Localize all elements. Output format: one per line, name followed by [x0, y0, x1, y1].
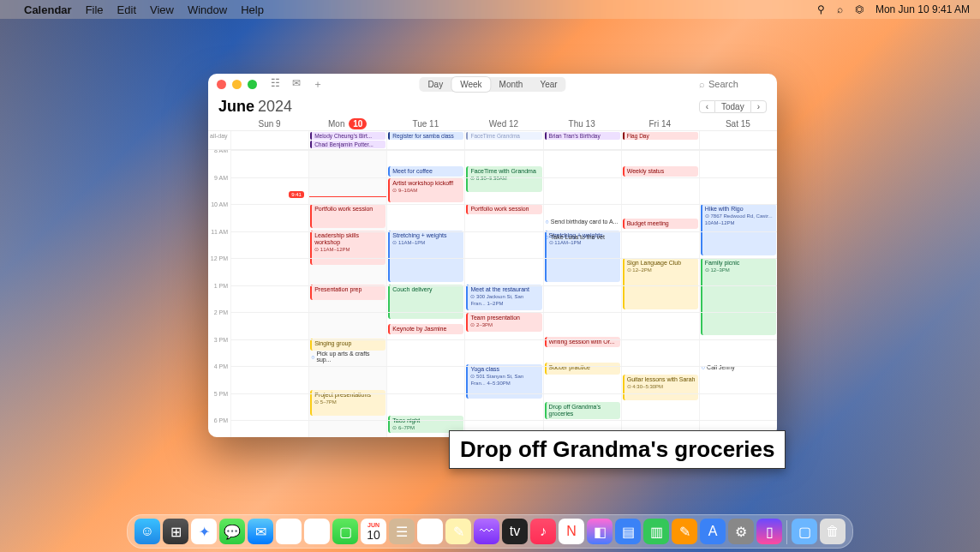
dock-maps-icon[interactable]: ➤	[276, 519, 302, 544]
menubar[interactable]: Calendar File Edit View Window Help ⚲ ⌕ …	[0, 0, 980, 19]
zoom-button[interactable]	[248, 80, 257, 89]
dock-music-icon[interactable]: ♪	[530, 519, 556, 544]
dock-finder-icon[interactable]: ☺	[134, 519, 160, 544]
calendars-toggle-icon[interactable]: ☷	[271, 77, 280, 92]
dock-downloads-icon[interactable]: ▢	[792, 519, 817, 544]
dock[interactable]: ☺ ⊞ ✦ 💬 ✉ ➤ ✿ ▢ JUN10 ☰ ☰ ✎ 〰 tv ♪ N ◧ ▤…	[127, 514, 853, 549]
calendar-event[interactable]: Project presentations⊙ 5–7PM	[310, 390, 385, 416]
calendar-event[interactable]: Soccer practice	[545, 363, 620, 375]
reminder-item[interactable]: Take Luna to the vet	[546, 234, 619, 240]
dock-mail-icon[interactable]: ✉	[248, 519, 273, 544]
day-col-fri: Weekly statusBudget meetingSign Language…	[621, 150, 699, 437]
next-week-button[interactable]: ›	[750, 100, 767, 113]
view-segmented-control[interactable]: Day Week Month Year	[419, 77, 565, 92]
menu-window[interactable]: Window	[188, 3, 227, 16]
dock-freeform-icon[interactable]: 〰	[474, 519, 499, 544]
calendar-event[interactable]: Budget meeting	[623, 219, 698, 229]
dock-photos-icon[interactable]: ✿	[304, 519, 330, 544]
calendar-window: ☷ ✉ ＋ Day Week Month Year ⌕ June 2024 ‹ …	[208, 74, 777, 437]
add-event-icon[interactable]: ＋	[313, 77, 323, 92]
calendar-event[interactable]: Artist workshop kickoff!⊙ 9–10AM	[388, 178, 463, 202]
dock-iphone-mirror-icon[interactable]: ▯	[756, 519, 782, 544]
close-button[interactable]	[217, 80, 226, 89]
calendar-event[interactable]: Meet at the restaurant⊙ 300 Jackson St, …	[466, 285, 541, 310]
reminder-item[interactable]: Pick up arts & crafts sup...	[311, 351, 385, 363]
view-year[interactable]: Year	[531, 77, 565, 92]
minimize-button[interactable]	[232, 80, 242, 89]
dock-trash-icon[interactable]: 🗑	[820, 519, 846, 544]
calendar-event[interactable]: Hike with Rigo⊙ 7867 Redwood Rd, Castr..…	[701, 204, 776, 255]
calendar-event[interactable]: Portfolio work session	[310, 204, 385, 228]
calendar-event[interactable]: Portfolio work session	[466, 204, 541, 214]
hour-label: 3 PM	[214, 336, 228, 342]
hour-label: 10 AM	[211, 201, 228, 207]
traffic-lights	[217, 80, 257, 89]
allday-event[interactable]: Register for samba class	[388, 132, 463, 140]
today-button[interactable]: Today	[715, 100, 750, 113]
day-header: Wed 12	[464, 117, 542, 130]
inbox-icon[interactable]: ✉	[292, 77, 301, 92]
menu-file[interactable]: File	[86, 3, 104, 16]
dock-numbers-icon[interactable]: ▥	[643, 519, 669, 544]
calendar-event[interactable]: Guitar lessons with Sarah⊙ 4:30–5:30PM	[623, 375, 698, 400]
search-input[interactable]	[708, 79, 768, 89]
dock-safari-icon[interactable]: ✦	[191, 519, 217, 544]
calendar-event[interactable]: Singing group	[310, 339, 385, 351]
calendar-event[interactable]: Drop off Grandma's groceries	[545, 402, 620, 419]
allday-event[interactable]: FaceTime Grandma	[466, 132, 541, 140]
menu-edit[interactable]: Edit	[117, 3, 136, 16]
prev-week-button[interactable]: ‹	[699, 100, 715, 113]
dock-calendar-icon[interactable]: JUN10	[361, 519, 386, 544]
year-label: 2024	[258, 98, 292, 116]
allday-row: all-day Melody Cheung's Birt... Chad Ben…	[208, 131, 777, 150]
allday-event[interactable]: Melody Cheung's Birt...	[310, 132, 385, 140]
allday-event[interactable]: Flag Day	[623, 132, 698, 140]
calendar-event[interactable]: Keynote by Jasmine	[388, 324, 463, 334]
menu-view[interactable]: View	[150, 3, 174, 16]
view-week[interactable]: Week	[451, 77, 490, 92]
dock-news-icon[interactable]: N	[559, 519, 584, 544]
day-header: Fri 14	[621, 117, 699, 130]
week-grid[interactable]: 8 AM9 AM10 AM11 AM12 PM1 PM2 PM3 PM4 PM5…	[208, 150, 777, 437]
calendar-event[interactable]: Presentation prep	[310, 285, 385, 300]
allday-event[interactable]: Brian Tran's Birthday	[545, 132, 620, 140]
dock-appstore-icon[interactable]: A	[700, 519, 726, 544]
calendar-event[interactable]: Stretching + weights⊙ 11AM–1PM	[388, 231, 463, 282]
menu-help[interactable]: Help	[241, 3, 264, 16]
dock-notes-icon[interactable]: ✎	[445, 519, 471, 544]
dock-keynote-icon[interactable]: ▤	[615, 519, 641, 544]
search-field[interactable]: ⌕	[699, 79, 768, 89]
control-center-icon[interactable]: ⏣	[855, 3, 863, 15]
calendar-event[interactable]: Family picnic⊙ 12–3PM	[701, 258, 776, 335]
dock-facetime-icon[interactable]: ▢	[332, 519, 358, 544]
calendar-event[interactable]: Leadership skills workshop⊙ 11AM–12PM	[310, 231, 385, 265]
dock-reminders-icon[interactable]: ☰	[417, 519, 443, 544]
calendar-event[interactable]: FaceTime with Grandma⊙ 8:30–9:30AM	[466, 166, 541, 192]
hour-label: 5 PM	[214, 390, 228, 396]
app-name[interactable]: Calendar	[24, 3, 72, 16]
dock-tv-icon[interactable]: tv	[502, 519, 528, 544]
day-header-row: Sun 9 Mon 10 Tue 11 Wed 12 Thu 13 Fri 14…	[208, 117, 777, 131]
hour-label: 8 AM	[214, 150, 228, 153]
allday-label: all-day	[208, 131, 230, 149]
event-tooltip: Drop off Grandma's groceries	[449, 430, 786, 469]
calendar-event[interactable]: Meet for coffee	[388, 166, 463, 177]
month-label: June	[218, 98, 254, 116]
allday-event[interactable]: Chad Benjamin Potter...	[310, 141, 385, 148]
spotlight-icon[interactable]: ⌕	[837, 3, 843, 15]
calendar-event[interactable]: Team presentation⊙ 2–3PM	[466, 313, 541, 332]
dock-shortcuts-icon[interactable]: ◧	[587, 519, 612, 544]
dock-settings-icon[interactable]: ⚙	[728, 519, 754, 544]
reminder-item[interactable]: Send birthday card to A...	[546, 219, 619, 225]
view-month[interactable]: Month	[491, 77, 532, 92]
dock-messages-icon[interactable]: 💬	[219, 519, 245, 544]
calendar-event[interactable]: Couch delivery	[388, 285, 463, 319]
dock-pages-icon[interactable]: ✎	[672, 519, 697, 544]
view-day[interactable]: Day	[419, 77, 451, 92]
calendar-event[interactable]: Weekly status	[623, 166, 698, 177]
calendar-event[interactable]: Sign Language Club⊙ 12–2PM	[623, 258, 698, 309]
wifi-icon[interactable]: ⚲	[817, 3, 825, 15]
dock-contacts-icon[interactable]: ☰	[389, 519, 415, 544]
dock-launchpad-icon[interactable]: ⊞	[163, 519, 188, 544]
menubar-clock[interactable]: Mon Jun 10 9:41 AM	[875, 3, 970, 15]
